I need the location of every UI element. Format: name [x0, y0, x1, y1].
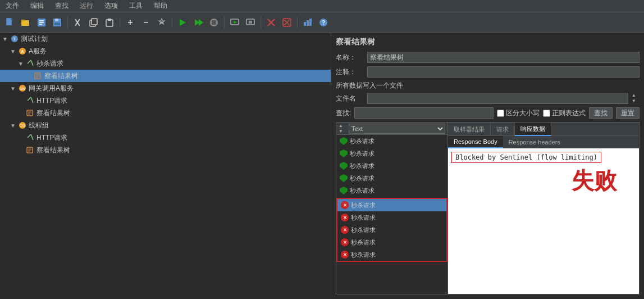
result-type-select[interactable]: Text JSON XML HTML: [349, 124, 445, 134]
toolbar-chart[interactable]: [301, 16, 314, 29]
result-item-success-1[interactable]: 秒杀请求: [336, 147, 447, 160]
fail-icon-2: [341, 226, 349, 234]
toolbar-clear[interactable]: [264, 16, 278, 29]
svg-rect-22: [212, 20, 216, 25]
label-http1: HTTP请求: [36, 96, 67, 106]
result-item-failed-1[interactable]: 秒杀请求: [337, 211, 446, 224]
toolbar-remove[interactable]: −: [139, 16, 153, 29]
sep2: [120, 17, 120, 28]
tree-item-gateway[interactable]: ▼ GW 网关调用A服务: [0, 82, 331, 94]
tree-item-http-request-2[interactable]: HTTP请求: [0, 132, 331, 144]
result-item-success-3[interactable]: 秒杀请求: [336, 172, 447, 184]
find-button[interactable]: 查找: [589, 107, 613, 119]
case-sensitive-checkbox[interactable]: [497, 110, 504, 117]
toolbar-remote-start[interactable]: [228, 16, 241, 29]
toolbar: + − ?: [0, 12, 644, 33]
result-item-failed-3[interactable]: 秒杀请求: [337, 236, 446, 248]
icon-http1: [26, 96, 35, 105]
filename-arrows: ▲ ▼: [632, 93, 640, 104]
comment-input[interactable]: [367, 66, 640, 78]
toolbar-cut[interactable]: [71, 16, 85, 29]
sub-tab-response-body[interactable]: Response Body: [448, 136, 503, 148]
label-http2: HTTP请求: [36, 133, 67, 143]
icon-seckill-request: [26, 59, 35, 68]
result-item-fail-label-0: 秒杀请求: [351, 201, 376, 210]
toolbar-stop[interactable]: [207, 16, 221, 29]
name-input[interactable]: [367, 52, 640, 63]
svg-text:T: T: [13, 37, 16, 41]
toolbar-add[interactable]: +: [124, 16, 137, 29]
menu-bar: 文件 编辑 查找 运行 选项 工具 帮助: [0, 0, 644, 12]
toolbar-run[interactable]: [176, 16, 189, 29]
list-arrow-up-icon[interactable]: ▲: [339, 123, 346, 129]
toolbar-open[interactable]: [19, 16, 33, 29]
menu-options[interactable]: 选项: [101, 0, 121, 12]
svg-marker-20: [199, 19, 203, 26]
result-item-failed-4[interactable]: 秒杀请求: [337, 248, 446, 261]
case-sensitive-label: 区分大小写: [497, 108, 540, 118]
toolbar-remote-end[interactable]: [244, 16, 257, 29]
toolbar-help[interactable]: ?: [317, 16, 330, 29]
regex-checkbox[interactable]: [543, 110, 550, 117]
tree-item-result-tree-3[interactable]: 察看结果树: [0, 144, 331, 156]
svg-rect-16: [108, 19, 111, 21]
shield-ok-icon-4: [340, 187, 348, 194]
svg-rect-32: [304, 22, 306, 26]
main-tabs-row: 取样器结果 请求 响应数据: [448, 123, 639, 136]
list-arrow-down-icon[interactable]: ▼: [339, 129, 346, 134]
menu-edit[interactable]: 编辑: [27, 0, 47, 12]
svg-point-17: [161, 21, 163, 24]
result-list: 秒杀请求 秒杀请求 秒杀请求 秒杀请求: [336, 135, 447, 294]
arrow-a-service: ▼: [10, 48, 18, 55]
main-layout: ▼ T 测试计划 ▼ A A服务 ▼ 秒杀请求: [0, 33, 644, 299]
label-thread-group: 线程组: [29, 121, 49, 130]
shield-ok-icon-1: [340, 150, 348, 157]
sub-tab-response-headers[interactable]: Response headers: [503, 136, 566, 148]
tab-request[interactable]: 请求: [491, 123, 515, 136]
toolbar-copy[interactable]: [87, 16, 101, 29]
arrow-up-icon[interactable]: ▲: [632, 93, 640, 98]
tree-item-thread-group[interactable]: ▼ TG 线程组: [0, 119, 331, 132]
menu-help[interactable]: 帮助: [150, 0, 171, 12]
result-item-label-1: 秒杀请求: [350, 150, 374, 158]
toolbar-paste[interactable]: [103, 16, 116, 29]
icon-test-plan: T: [10, 34, 19, 43]
search-row: 查找: 区分大小写 正则表达式 查找 重置: [336, 107, 640, 119]
tree-item-http-request-1[interactable]: HTTP请求: [0, 94, 331, 107]
tab-response-data[interactable]: 响应数据: [515, 123, 551, 136]
result-item-success-2[interactable]: 秒杀请求: [336, 160, 447, 172]
result-item-success-4[interactable]: 秒杀请求: [336, 184, 447, 197]
search-input[interactable]: [354, 107, 494, 119]
result-item-failed-2[interactable]: 秒杀请求: [337, 224, 446, 236]
tree-item-seckill-request[interactable]: ▼ 秒杀请求: [0, 57, 331, 70]
label-result-tree: 察看结果树: [44, 71, 78, 81]
fail-icon-4: [341, 251, 349, 259]
result-item-label-2: 秒杀请求: [350, 162, 374, 170]
result-item-fail-label-1: 秒杀请求: [351, 214, 376, 222]
tree-item-a-service[interactable]: ▼ A A服务: [0, 45, 331, 57]
arrow-down-icon[interactable]: ▼: [632, 98, 640, 104]
tab-sampler-result[interactable]: 取样器结果: [448, 123, 491, 136]
reset-button[interactable]: 重置: [616, 107, 640, 119]
toolbar-save[interactable]: [51, 16, 64, 29]
svg-text:GW: GW: [20, 87, 26, 90]
toolbar-run-no-pause[interactable]: [191, 16, 205, 29]
svg-rect-33: [307, 20, 309, 26]
toolbar-clear-all[interactable]: [280, 16, 294, 29]
result-item-failed-0[interactable]: 秒杀请求: [337, 199, 446, 211]
tree-item-test-plan[interactable]: ▼ T 测试计划: [0, 33, 331, 45]
icon-thread-group: TG: [18, 121, 27, 130]
toolbar-templates[interactable]: [35, 16, 48, 29]
result-item-success-0[interactable]: 秒杀请求: [336, 135, 447, 147]
toolbar-new[interactable]: [3, 16, 17, 29]
menu-tools[interactable]: 工具: [126, 0, 146, 12]
tree-item-result-tree-2[interactable]: 察看结果树: [0, 107, 331, 119]
toolbar-settings[interactable]: [155, 16, 168, 29]
tree-item-result-tree[interactable]: 察看结果树: [0, 70, 331, 82]
label-a-service: A服务: [29, 47, 47, 56]
menu-run[interactable]: 运行: [76, 0, 97, 12]
menu-search[interactable]: 查找: [52, 0, 72, 12]
filename-input[interactable]: [367, 93, 628, 104]
menu-file[interactable]: 文件: [2, 0, 22, 12]
svg-rect-10: [54, 22, 60, 25]
